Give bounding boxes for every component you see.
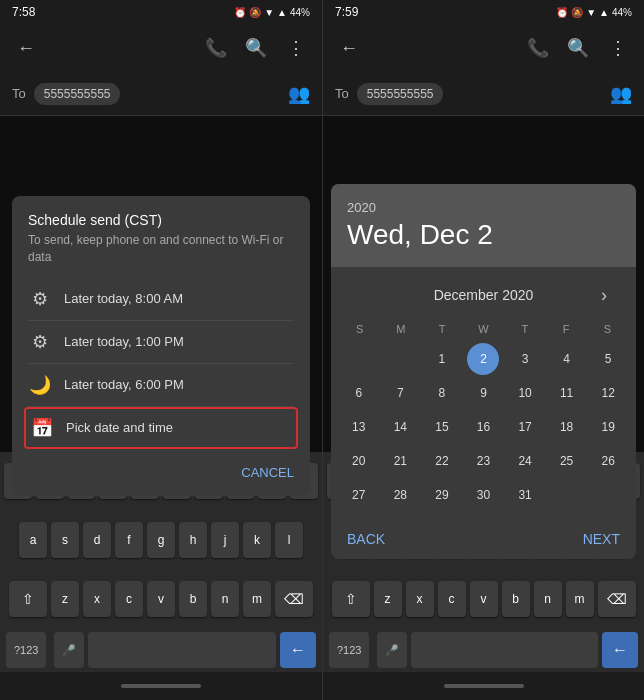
cal-day-1[interactable]: 1 (426, 343, 458, 375)
cal-day-28[interactable]: 28 (384, 479, 416, 511)
more-button-left[interactable]: ⋮ (278, 30, 314, 66)
cal-day-17[interactable]: 17 (509, 411, 541, 443)
cal-day-21[interactable]: 21 (384, 445, 416, 477)
phone-button-right[interactable]: 📞 (520, 30, 556, 66)
add-contact-icon-right[interactable]: 👥 (610, 83, 632, 105)
cal-day-empty-1 (343, 343, 375, 375)
calendar-next-btn[interactable]: › (588, 279, 620, 311)
cancel-button[interactable]: Cancel (241, 465, 294, 480)
key-r-b[interactable]: b (502, 581, 530, 617)
key-b[interactable]: b (179, 581, 207, 617)
key-r-c[interactable]: c (438, 581, 466, 617)
calendar-month-label: December 2020 (434, 287, 534, 303)
key-r-sym[interactable]: ?123 (329, 632, 369, 668)
key-r-space[interactable] (411, 632, 598, 668)
key-enter[interactable]: ← (280, 632, 316, 668)
cal-day-30[interactable]: 30 (467, 479, 499, 511)
add-contact-icon-left[interactable]: 👥 (288, 83, 310, 105)
cal-day-16[interactable]: 16 (467, 411, 499, 443)
cal-day-2[interactable]: 2 (467, 343, 499, 375)
cal-day-18[interactable]: 18 (551, 411, 583, 443)
search-button-right[interactable]: 🔍 (560, 30, 596, 66)
key-backspace[interactable]: ⌫ (275, 581, 313, 617)
key-r-z[interactable]: z (374, 581, 402, 617)
key-x[interactable]: x (83, 581, 111, 617)
cal-day-19[interactable]: 19 (592, 411, 624, 443)
keyboard-row-4: ?123 🎤 ← (0, 628, 322, 672)
cal-day-empty-4 (592, 479, 624, 511)
key-sym[interactable]: ?123 (6, 632, 46, 668)
status-time-right: 7:59 (335, 5, 358, 19)
key-a[interactable]: a (19, 522, 47, 558)
keyboard-row-r4: ?123 🎤 ← (323, 628, 644, 672)
cal-day-25[interactable]: 25 (551, 445, 583, 477)
cal-day-20[interactable]: 20 (343, 445, 375, 477)
key-f[interactable]: f (115, 522, 143, 558)
cal-day-8[interactable]: 8 (426, 377, 458, 409)
cal-day-4[interactable]: 4 (551, 343, 583, 375)
cal-day-31[interactable]: 31 (509, 479, 541, 511)
schedule-option-4-pick-date[interactable]: 📅 Pick date and time (24, 407, 298, 449)
weekday-s2: S (587, 319, 628, 339)
key-z[interactable]: z (51, 581, 79, 617)
calendar-back-button[interactable]: Back (347, 531, 385, 547)
cal-day-15[interactable]: 15 (426, 411, 458, 443)
cal-day-3[interactable]: 3 (509, 343, 541, 375)
key-space[interactable] (88, 632, 276, 668)
key-r-n[interactable]: n (534, 581, 562, 617)
mute-icon-right: 🔕 (571, 7, 583, 18)
key-g[interactable]: g (147, 522, 175, 558)
to-label-left: To (12, 86, 26, 101)
key-s[interactable]: s (51, 522, 79, 558)
cal-day-13[interactable]: 13 (343, 411, 375, 443)
key-c[interactable]: c (115, 581, 143, 617)
alarm-icon-right: ⏰ (556, 7, 568, 18)
key-r-shift[interactable]: ⇧ (332, 581, 370, 617)
cal-day-5[interactable]: 5 (592, 343, 624, 375)
key-h[interactable]: h (179, 522, 207, 558)
key-l[interactable]: l (275, 522, 303, 558)
cal-day-27[interactable]: 27 (343, 479, 375, 511)
key-r-v[interactable]: v (470, 581, 498, 617)
key-r-m[interactable]: m (566, 581, 594, 617)
cal-day-26[interactable]: 26 (592, 445, 624, 477)
right-phone-panel: 7:59 ⏰ 🔕 ▼ ▲ 44% ← 📞 🔍 ⋮ To 5555555555 👥 (322, 0, 644, 700)
key-mic[interactable]: 🎤 (54, 632, 84, 668)
cal-day-12[interactable]: 12 (592, 377, 624, 409)
schedule-option-3[interactable]: 🌙 Later today, 6:00 PM (28, 364, 294, 407)
back-button-right[interactable]: ← (331, 30, 367, 66)
key-n[interactable]: n (211, 581, 239, 617)
cal-day-9[interactable]: 9 (467, 377, 499, 409)
back-button-left[interactable]: ← (8, 30, 44, 66)
more-button-right[interactable]: ⋮ (600, 30, 636, 66)
cal-day-22[interactable]: 22 (426, 445, 458, 477)
cal-day-14[interactable]: 14 (384, 411, 416, 443)
phone-button-left[interactable]: 📞 (198, 30, 234, 66)
key-d[interactable]: d (83, 522, 111, 558)
key-r-enter[interactable]: ← (602, 632, 638, 668)
to-contact-chip-left[interactable]: 5555555555 (34, 83, 121, 105)
key-r-x[interactable]: x (406, 581, 434, 617)
to-contact-chip-right[interactable]: 5555555555 (357, 83, 444, 105)
cal-day-29[interactable]: 29 (426, 479, 458, 511)
cal-day-24[interactable]: 24 (509, 445, 541, 477)
key-k[interactable]: k (243, 522, 271, 558)
cal-day-23[interactable]: 23 (467, 445, 499, 477)
search-button-left[interactable]: 🔍 (238, 30, 274, 66)
schedule-option-2[interactable]: ⚙ Later today, 1:00 PM (28, 321, 294, 364)
schedule-option-4-icon: 📅 (30, 417, 54, 439)
schedule-option-1[interactable]: ⚙ Later today, 8:00 AM (28, 278, 294, 321)
key-r-mic[interactable]: 🎤 (377, 632, 407, 668)
calendar-next-button[interactable]: Next (583, 531, 620, 547)
key-shift[interactable]: ⇧ (9, 581, 47, 617)
cal-day-10[interactable]: 10 (509, 377, 541, 409)
cal-day-11[interactable]: 11 (551, 377, 583, 409)
cal-day-7[interactable]: 7 (384, 377, 416, 409)
key-v[interactable]: v (147, 581, 175, 617)
key-m[interactable]: m (243, 581, 271, 617)
keyboard-row-2: a s d f g h j k l (0, 511, 322, 570)
calendar-date-display: Wed, Dec 2 (347, 219, 620, 251)
key-r-backspace[interactable]: ⌫ (598, 581, 636, 617)
cal-day-6[interactable]: 6 (343, 377, 375, 409)
key-j[interactable]: j (211, 522, 239, 558)
